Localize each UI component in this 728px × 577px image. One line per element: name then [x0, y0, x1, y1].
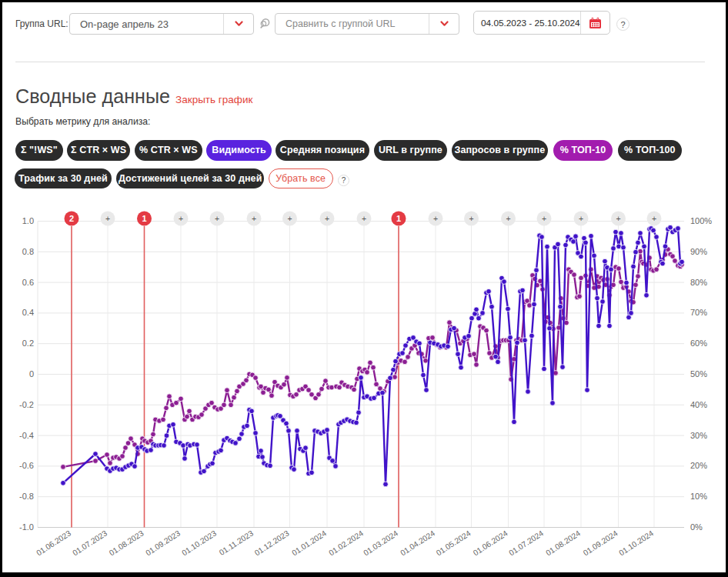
svg-text:0: 0 [29, 369, 34, 379]
svg-text:20%: 20% [690, 461, 707, 470]
svg-text:-0.4: -0.4 [19, 431, 34, 440]
svg-text:0.2: 0.2 [22, 339, 34, 348]
svg-text:01.01.2024: 01.01.2024 [290, 529, 328, 557]
svg-text:01.07.2024: 01.07.2024 [507, 529, 545, 557]
svg-text:0.8: 0.8 [22, 247, 34, 256]
svg-text:01.10.2024: 01.10.2024 [617, 529, 655, 557]
svg-text:-0.8: -0.8 [19, 492, 34, 501]
svg-text:01.08.2024: 01.08.2024 [544, 529, 582, 557]
svg-text:-1.0: -1.0 [19, 522, 34, 532]
svg-text:+: + [179, 214, 183, 223]
svg-text:+: + [287, 214, 292, 223]
svg-text:01.03.2024: 01.03.2024 [362, 529, 399, 557]
svg-text:30%: 30% [690, 431, 707, 440]
svg-text:01.07.2023: 01.07.2023 [71, 529, 109, 557]
svg-text:01.12.2023: 01.12.2023 [253, 529, 291, 557]
svg-text:+: + [105, 214, 110, 223]
svg-text:80%: 80% [690, 278, 707, 287]
svg-text:-0.6: -0.6 [19, 461, 34, 470]
svg-text:100%: 100% [690, 216, 712, 225]
svg-text:01.09.2024: 01.09.2024 [582, 529, 619, 557]
svg-text:0.6: 0.6 [22, 278, 34, 287]
svg-text:+: + [506, 214, 510, 223]
svg-text:01.06.2023: 01.06.2023 [35, 529, 72, 557]
svg-text:70%: 70% [690, 308, 707, 317]
svg-text:-0.2: -0.2 [19, 400, 34, 409]
svg-text:+: + [362, 214, 366, 223]
svg-text:60%: 60% [690, 339, 707, 348]
svg-text:01.06.2024: 01.06.2024 [472, 529, 509, 557]
svg-text:1: 1 [396, 214, 401, 223]
svg-text:+: + [652, 214, 656, 223]
svg-text:40%: 40% [690, 400, 707, 409]
svg-text:+: + [325, 214, 329, 223]
svg-text:2: 2 [69, 214, 74, 223]
svg-text:01.09.2023: 01.09.2023 [144, 529, 182, 557]
svg-text:+: + [542, 214, 546, 223]
svg-text:+: + [215, 214, 219, 223]
svg-text:+: + [252, 214, 256, 223]
svg-text:01.05.2024: 01.05.2024 [435, 529, 473, 557]
svg-text:90%: 90% [690, 247, 707, 256]
svg-text:+: + [616, 214, 620, 223]
svg-text:01.04.2024: 01.04.2024 [399, 529, 436, 557]
svg-text:0.4: 0.4 [22, 308, 34, 317]
svg-text:1.0: 1.0 [22, 216, 34, 225]
svg-text:10%: 10% [690, 492, 707, 501]
svg-text:01.10.2023: 01.10.2023 [180, 529, 218, 557]
svg-text:1: 1 [142, 214, 146, 223]
svg-text:50%: 50% [690, 369, 707, 379]
svg-text:01.11.2023: 01.11.2023 [218, 529, 255, 557]
svg-text:+: + [579, 214, 583, 223]
svg-text:0%: 0% [690, 522, 703, 532]
svg-text:01.08.2023: 01.08.2023 [108, 529, 145, 557]
svg-text:+: + [433, 214, 438, 223]
svg-text:+: + [469, 214, 473, 223]
svg-text:01.02.2024: 01.02.2024 [327, 529, 365, 557]
